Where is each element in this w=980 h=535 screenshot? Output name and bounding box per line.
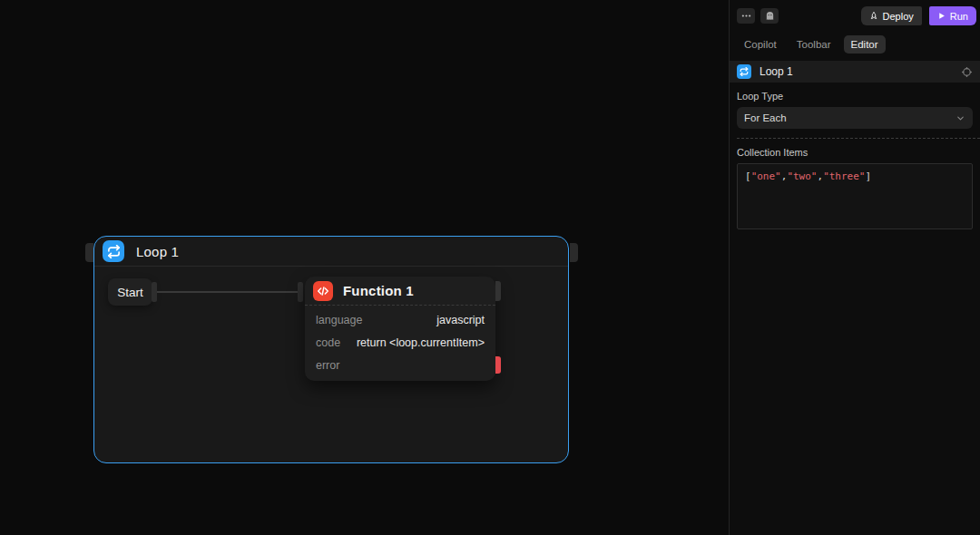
function-node-title: Function 1 bbox=[343, 283, 414, 298]
deploy-button-label: Deploy bbox=[883, 11, 914, 22]
function-row-error[interactable]: error bbox=[305, 354, 495, 376]
loop-type-select[interactable]: For Each bbox=[737, 107, 973, 129]
function-output-handle[interactable] bbox=[495, 281, 501, 301]
loop-input-handle[interactable] bbox=[85, 243, 93, 262]
loop-type-value: For Each bbox=[744, 112, 787, 123]
copilot-button[interactable] bbox=[760, 8, 779, 24]
chevron-down-icon bbox=[956, 113, 965, 123]
property-value: return <loop.currentItem> bbox=[357, 336, 485, 349]
collection-items-editor[interactable]: ["one","two","three"] bbox=[737, 163, 973, 229]
panel-tabs: Copilot Toolbar Editor bbox=[730, 30, 980, 61]
code-token: [ bbox=[745, 170, 751, 182]
loop-node-body: Start Function 1 bbox=[94, 267, 568, 462]
inspector-node-header[interactable]: Loop 1 bbox=[730, 61, 980, 83]
code-icon bbox=[313, 281, 333, 301]
function-node-header[interactable]: Function 1 bbox=[305, 277, 495, 306]
loop-repeat-icon bbox=[103, 240, 124, 262]
loop-node-header[interactable]: Loop 1 bbox=[94, 237, 568, 267]
code-token: "three" bbox=[823, 170, 865, 182]
code-token: ] bbox=[865, 170, 871, 182]
function-row-code[interactable]: code return <loop.currentItem> bbox=[305, 331, 495, 354]
function-row-language[interactable]: language javascript bbox=[305, 308, 495, 331]
loop-node-title: Loop 1 bbox=[136, 244, 179, 259]
tab-toolbar[interactable]: Toolbar bbox=[789, 35, 838, 54]
rocket-icon bbox=[869, 12, 878, 21]
loop-type-label: Loop Type bbox=[737, 91, 973, 102]
property-key: error bbox=[316, 359, 339, 372]
app-window: Loop 1 Start bbox=[0, 0, 980, 535]
function-input-handle[interactable] bbox=[298, 282, 303, 302]
connector-line bbox=[157, 291, 299, 293]
loop-output-handle[interactable] bbox=[570, 243, 578, 262]
start-node-label: Start bbox=[117, 286, 143, 299]
run-button[interactable]: Run bbox=[929, 6, 976, 25]
start-node[interactable]: Start bbox=[108, 278, 152, 306]
function-node[interactable]: Function 1 language javascript code retu… bbox=[305, 277, 495, 381]
loop-node[interactable]: Loop 1 Start bbox=[93, 236, 569, 463]
loop-type-field: Loop Type For Each bbox=[730, 91, 980, 129]
function-node-properties: language javascript code return <loop.cu… bbox=[305, 306, 495, 379]
code-token: "two" bbox=[787, 170, 817, 182]
property-value: javascript bbox=[436, 314, 485, 326]
more-options-button[interactable] bbox=[737, 8, 755, 24]
code-token: "one" bbox=[751, 170, 781, 182]
section-divider bbox=[737, 138, 980, 139]
ghost-icon bbox=[765, 11, 775, 21]
play-icon bbox=[937, 12, 946, 20]
error-output-handle[interactable] bbox=[495, 356, 501, 374]
inspector-node-title: Loop 1 bbox=[760, 65, 953, 78]
collection-items-label: Collection Items bbox=[737, 147, 973, 158]
property-key: code bbox=[316, 336, 340, 349]
deploy-button[interactable]: Deploy bbox=[861, 6, 922, 25]
locate-node-button[interactable] bbox=[961, 66, 973, 78]
workflow-canvas[interactable]: Loop 1 Start bbox=[0, 0, 729, 535]
ellipsis-icon bbox=[741, 11, 751, 21]
tab-copilot[interactable]: Copilot bbox=[737, 35, 784, 54]
run-button-label: Run bbox=[950, 11, 968, 22]
property-key: language bbox=[316, 314, 362, 326]
inspector-panel: Deploy Run Copilot Toolbar Editor bbox=[730, 0, 980, 535]
tab-editor[interactable]: Editor bbox=[844, 35, 886, 54]
collection-items-field: Collection Items ["one","two","three"] bbox=[730, 147, 980, 229]
panel-topbar: Deploy Run bbox=[730, 0, 980, 30]
loop-repeat-icon-small bbox=[737, 64, 751, 79]
crosshair-icon bbox=[961, 66, 973, 78]
